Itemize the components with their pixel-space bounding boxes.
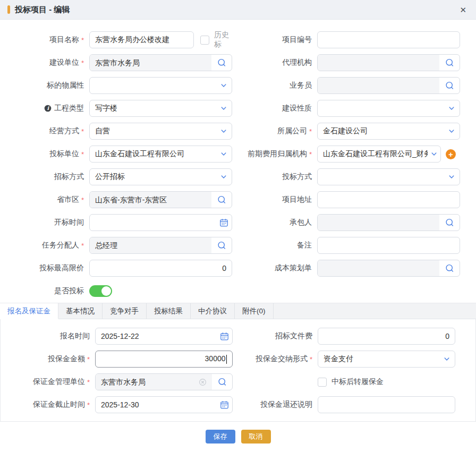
form-row: 投保金金额 30000 投保金交纳形式 资金支付 xyxy=(1,351,475,368)
add-icon[interactable]: + xyxy=(446,149,456,159)
form-row: 任务分配人 总经理 备注 xyxy=(0,237,476,254)
operation-mode-label: 经营方式 xyxy=(0,126,89,136)
title-accent-bar xyxy=(7,5,10,14)
chevron-down-icon xyxy=(444,173,460,181)
bid-open-time-datepicker[interactable] xyxy=(89,214,232,231)
project-type-label: i 工程类型 xyxy=(0,104,89,113)
history-flag-checkbox[interactable] xyxy=(200,36,209,45)
main-form: 项目名称 历史标 项目编号 建设单位 东营市水务局 xyxy=(0,31,476,300)
tab-competitors[interactable]: 竞争对手 xyxy=(103,303,147,319)
dialog-title: 投标项目 - 编辑 xyxy=(15,5,70,15)
agency-label: 代理机构 xyxy=(232,58,317,67)
tender-doc-fee-input[interactable] xyxy=(318,328,455,345)
dialog-footer: 保存 取消 xyxy=(0,422,476,444)
region-lookup[interactable]: 山东省-东营市-东营区 xyxy=(89,191,232,208)
max-bid-price-label: 投标最高限价 xyxy=(0,263,89,273)
signup-time-datepicker[interactable]: 2025-12-22 xyxy=(95,328,233,345)
deposit-refund-note-input[interactable] xyxy=(318,396,455,413)
signup-deposit-panel: 报名时间 2025-12-22 招标文件费 投保金金额 30000 xyxy=(0,319,476,422)
construction-unit-label: 建设单位 xyxy=(0,58,89,67)
chevron-down-icon xyxy=(216,127,232,135)
tender-mode-value: 公开招标 xyxy=(90,172,216,182)
bid-mode-label: 投标方式 xyxy=(232,172,317,182)
tab-bid-result[interactable]: 投标结果 xyxy=(147,303,191,319)
construction-nature-select[interactable] xyxy=(317,100,460,117)
form-row: 建设单位 东营市水务局 代理机构 xyxy=(0,54,476,71)
project-address-input[interactable] xyxy=(317,191,460,208)
project-address-label: 项目地址 xyxy=(232,195,317,204)
deposit-pay-form-label: 投保金交纳形式 xyxy=(233,354,318,364)
bidding-unit-select[interactable]: 山东金石建设工程有限公司 xyxy=(89,146,232,163)
is-bidding-toggle[interactable] xyxy=(89,285,112,297)
search-icon[interactable] xyxy=(439,58,460,68)
tab-basic-info[interactable]: 基本情况 xyxy=(58,303,103,319)
deposit-pay-form-value: 资金支付 xyxy=(318,354,439,364)
calendar-icon[interactable] xyxy=(216,400,232,410)
project-code-label: 项目编号 xyxy=(232,35,317,45)
search-icon[interactable] xyxy=(439,218,460,228)
project-name-input[interactable] xyxy=(89,31,194,48)
construction-unit-lookup[interactable]: 东营市水务局 xyxy=(89,54,232,71)
search-icon[interactable] xyxy=(439,81,460,91)
expense-org-label: 前期费用归属机构 xyxy=(232,149,317,159)
deposit-amount-label: 投保金金额 xyxy=(1,354,95,364)
construction-nature-label: 建设性质 xyxy=(232,104,317,113)
cancel-button[interactable]: 取消 xyxy=(241,430,271,444)
remark-input[interactable] xyxy=(317,237,460,254)
signup-time-value: 2025-12-22 xyxy=(96,332,216,340)
calendar-icon[interactable] xyxy=(216,332,232,341)
region-value: 山东省-东营市-东营区 xyxy=(95,192,206,208)
chevron-down-icon xyxy=(444,127,460,135)
contractor-lookup xyxy=(317,214,460,231)
deposit-amount-input[interactable]: 30000 xyxy=(95,351,233,368)
max-bid-price-input[interactable] xyxy=(89,260,232,277)
search-icon[interactable] xyxy=(211,241,232,251)
subject-attribute-select[interactable] xyxy=(89,77,232,94)
tab-agency-agreement[interactable]: 中介协议 xyxy=(191,303,235,319)
salesman-lookup xyxy=(317,77,460,94)
transfer-to-performance-bond-checkbox[interactable] xyxy=(318,378,327,387)
salesman-label: 业务员 xyxy=(232,81,317,90)
remark-label: 备注 xyxy=(232,241,317,250)
deposit-deadline-datepicker[interactable]: 2025-12-30 xyxy=(95,396,233,413)
bid-mode-select[interactable] xyxy=(317,168,460,185)
search-icon[interactable] xyxy=(439,263,460,274)
deposit-mgmt-unit-label: 保证金管理单位 xyxy=(1,377,95,387)
bidding-unit-value: 山东金石建设工程有限公司 xyxy=(90,149,216,159)
close-icon[interactable]: ✕ xyxy=(457,4,469,16)
save-button[interactable]: 保存 xyxy=(206,430,235,444)
form-row: 保证金截止时间 2025-12-30 投保金退还说明 xyxy=(1,396,475,413)
search-icon[interactable] xyxy=(211,58,232,68)
is-bidding-label: 是否投标 xyxy=(0,286,89,296)
deposit-pay-form-select[interactable]: 资金支付 xyxy=(318,351,455,368)
tender-mode-select[interactable]: 公开招标 xyxy=(89,168,232,185)
task-assignee-label: 任务分配人 xyxy=(0,241,89,250)
form-row: 开标时间 承包人 xyxy=(0,214,476,231)
project-code-input[interactable] xyxy=(317,31,460,48)
tab-signup-deposit[interactable]: 报名及保证金 xyxy=(0,303,58,319)
company-select[interactable]: 金石建设公司 xyxy=(317,123,460,140)
chevron-down-icon xyxy=(216,82,232,89)
search-icon[interactable] xyxy=(212,377,232,387)
signup-time-label: 报名时间 xyxy=(1,331,95,341)
cost-plan-lookup xyxy=(317,260,460,277)
bid-project-edit-dialog: 投标项目 - 编辑 ✕ 项目名称 历史标 项目编号 建设单位 东营市水务局 xyxy=(0,0,476,452)
form-row: 项目名称 历史标 项目编号 xyxy=(0,31,476,48)
deposit-mgmt-unit-lookup[interactable]: 东营市水务局 xyxy=(95,373,233,390)
search-icon[interactable] xyxy=(211,195,232,205)
info-icon: i xyxy=(44,105,52,112)
form-row: 投标单位 山东金石建设工程有限公司 前期费用归属机构 山东金石建设工程有限公司_… xyxy=(0,146,476,163)
text-cursor xyxy=(226,355,227,364)
chevron-down-icon xyxy=(216,150,232,158)
chevron-down-icon xyxy=(444,105,460,112)
clear-icon[interactable] xyxy=(199,378,207,386)
company-value: 金石建设公司 xyxy=(318,126,444,136)
calendar-icon[interactable] xyxy=(216,218,232,227)
form-row: 投标最高限价 成本策划单 xyxy=(0,260,476,277)
project-type-select[interactable]: 写字楼 xyxy=(89,100,232,117)
expense-org-select[interactable]: 山东金石建设工程有限公司_财务 xyxy=(317,146,441,163)
tab-attachments[interactable]: 附件(0) xyxy=(235,303,274,319)
task-assignee-lookup[interactable]: 总经理 xyxy=(89,237,232,254)
operation-mode-select[interactable]: 自营 xyxy=(89,123,232,140)
task-assignee-value: 总经理 xyxy=(95,237,206,253)
